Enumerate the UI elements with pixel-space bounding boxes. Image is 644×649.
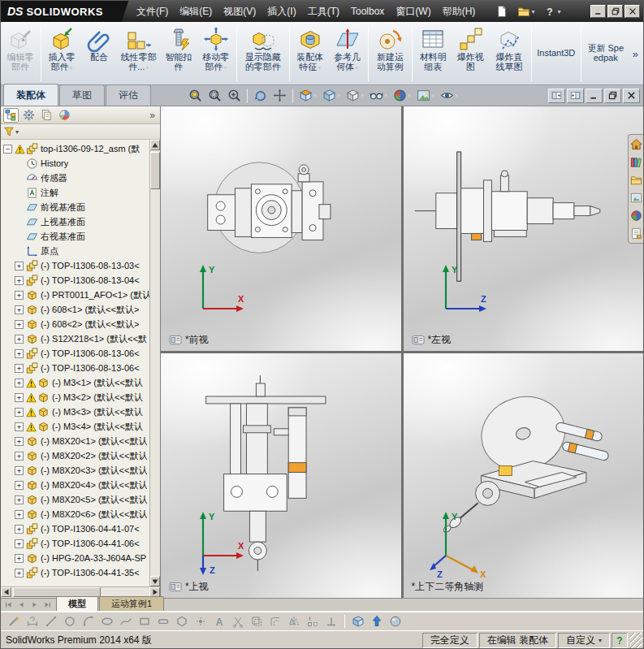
zoom-area-button[interactable] [205,87,224,105]
view-settings-button[interactable]: ▾ [438,87,460,105]
tree-item[interactable]: +(-) M3<2> (默认<<默认 [1,390,149,405]
view-cube-button[interactable] [349,613,367,630]
expand-toggle[interactable]: + [15,349,24,358]
view-palette-tab[interactable] [630,192,642,204]
expand-toggle[interactable]: + [15,335,24,344]
new-document-button[interactable] [492,3,512,19]
expand-toggle[interactable]: + [15,437,24,446]
viewport-isometric[interactable]: YXZ *上下二等角轴测 [404,353,644,598]
spline-button[interactable] [117,613,135,630]
view-orientation-button[interactable]: ▾ [320,87,343,105]
circle-button[interactable] [61,613,79,630]
tab-motion-study[interactable]: 运动算例1 [99,596,164,611]
rectangle-button[interactable] [136,613,153,630]
tree-item[interactable]: +(-) M8X20<3> (默认<<默认 [1,463,149,478]
rotate-view-button[interactable] [251,87,270,105]
tree-item[interactable]: +(-) 608<1> (默认<<默认> [1,302,149,317]
scrollbar-thumb[interactable] [150,152,160,189]
expand-toggle[interactable]: + [15,452,24,461]
file-explorer-tab[interactable] [630,174,642,186]
move-component-button[interactable]: 移动零部件▾ [197,24,235,84]
help-button[interactable]: ?▾ [540,3,564,19]
menu-file[interactable]: 文件(F) [131,1,174,23]
tree-item[interactable]: +(-) M8X20<1> (默认<<默认 [1,434,149,448]
configurationmanager-tab[interactable] [39,108,54,123]
explode-line-sketch-button[interactable]: 爆炸直线草图 [489,24,529,84]
viewport-front[interactable]: YX *前视 [161,106,401,351]
menu-edit[interactable]: 编辑(E) [174,1,218,23]
bill-of-materials-button[interactable]: 材料明细表 [414,24,452,84]
expand-toggle[interactable]: + [15,408,24,417]
restore-button[interactable] [607,5,623,18]
edit-component-button[interactable]: 编辑零部件 [2,24,39,84]
tree-vertical-scrollbar[interactable] [149,140,160,586]
edit-appearance-button[interactable]: ▾ [391,87,413,105]
new-motion-study-button[interactable]: 新建运动算例 [370,24,411,84]
text-button[interactable]: A [210,613,228,630]
tree-item[interactable]: +(-) TOP-I1306-08-13-03< [1,258,149,273]
polygon-button[interactable] [173,613,191,630]
mirror-entities-button[interactable] [285,613,303,630]
show-hidden-components-button[interactable]: 显示隐藏的零部件 [239,24,287,84]
expand-toggle[interactable]: + [15,569,24,578]
slot-button[interactable] [154,613,172,630]
filter-button[interactable]: ▾ [3,126,19,137]
tree-item[interactable]: 上视基准面 [1,214,149,229]
point-button[interactable] [192,613,210,630]
tree-item[interactable]: +(-) TOP-I1306-04-41-07< [1,521,149,536]
update-speedpak-button[interactable]: 更新 Speedpak [583,24,629,84]
expand-toggle[interactable]: + [15,379,24,387]
expand-toggle[interactable]: + [15,466,24,475]
split-left-button[interactable] [548,89,565,103]
expand-toggle[interactable]: + [15,495,24,504]
display-relations-button[interactable] [322,613,340,630]
tree-item[interactable]: 原点 [1,244,149,258]
solidworks-resources-tab[interactable] [630,138,642,150]
scroll-down-button[interactable] [150,576,160,586]
minimize-button[interactable] [590,5,606,18]
menu-tools[interactable]: 工具(T) [302,1,345,23]
tree-item[interactable]: 传感器 [1,171,149,185]
expand-toggle[interactable]: + [15,276,24,285]
menu-help[interactable]: 帮助(H) [437,1,482,23]
reference-geometry-button[interactable]: 参考几何体▾ [329,24,366,84]
tree-item[interactable]: −top-i1306-09-12_asm (默 [1,141,149,156]
tree-item[interactable]: +(-) M3<4> (默认<<默认 [1,419,149,434]
tree-item[interactable]: +(-) TOP-I1306-08-13-04< [1,273,149,288]
next-tab-button[interactable] [28,599,41,610]
expand-toggle[interactable]: + [15,291,24,300]
line-button[interactable] [42,613,60,630]
scroll-up-button[interactable] [150,140,160,150]
tree-item[interactable]: +(-) S12X218<1> (默认<<默 [1,331,149,346]
tree-item[interactable]: +(-) M8X20<2> (默认<<默认 [1,448,149,463]
tree-item[interactable]: +(-) 608<2> (默认<<默认> [1,317,149,331]
featuremanager-tab[interactable] [3,108,19,123]
doc-minimize-button[interactable] [586,89,603,103]
help-badge[interactable]: ? [612,633,628,648]
tree-item[interactable]: +(-) TOP-I1306-08-13-06< [1,361,149,375]
expand-toggle[interactable]: + [15,525,24,534]
menu-window[interactable]: 窗口(W) [390,1,436,23]
linear-component-pattern-button[interactable]: 线性零部件...▾ [118,24,160,84]
assembly-features-button[interactable]: 装配体特征▾ [292,24,329,84]
smart-fasteners-button[interactable]: 智能扣件 [160,24,197,84]
apply-scene-button[interactable]: ▾ [414,87,437,105]
linear-sketch-pattern-button[interactable] [304,613,322,630]
expand-toggle[interactable]: + [15,320,24,329]
pan-button[interactable] [270,87,289,105]
displaymanager-tab[interactable] [57,108,72,123]
tree-item[interactable]: 前视基准面 [1,200,149,214]
instant3d-button[interactable]: Instant3D [534,24,579,84]
tree-item[interactable]: +(-) M8X20<6> (默认<<默认 [1,507,149,521]
resize-grip[interactable] [630,633,642,648]
expand-toggle[interactable]: + [15,539,24,548]
sketch-button[interactable] [5,613,23,630]
tab-assembly[interactable]: 装配体 [3,84,58,106]
expand-toggle[interactable]: − [3,145,12,154]
tree-item[interactable]: 注解 [1,185,149,200]
display-style-button[interactable]: ▾ [344,87,366,105]
tab-sketch[interactable]: 草图 [59,84,105,106]
prev-tab-button[interactable] [15,599,28,610]
menu-insert[interactable]: 插入(I) [261,1,301,23]
smart-dimension-button[interactable] [24,613,41,630]
